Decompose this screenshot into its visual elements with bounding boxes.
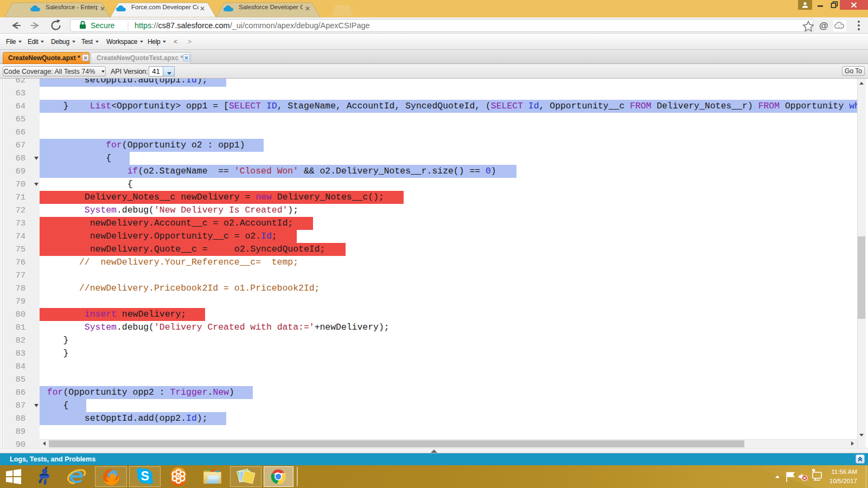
svg-text:S: S: [141, 469, 149, 483]
svg-text:@: @: [819, 21, 828, 31]
